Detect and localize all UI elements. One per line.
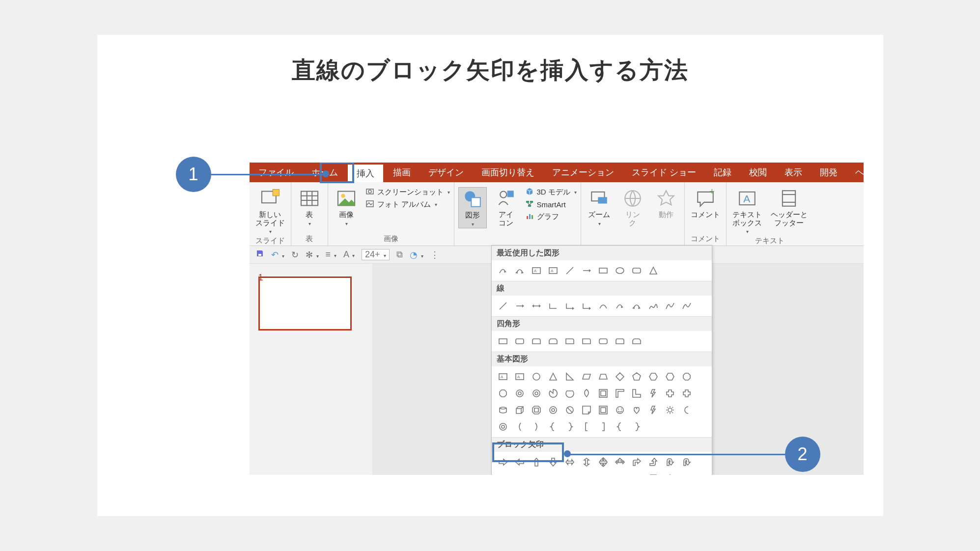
shape-chord[interactable] xyxy=(562,386,577,401)
shape-a_calld[interactable] xyxy=(646,471,661,475)
shape-smile[interactable] xyxy=(613,403,627,417)
shape-lightning[interactable] xyxy=(646,386,661,401)
icons-button[interactable]: アイ コン xyxy=(492,187,520,228)
shape-l_curvearr[interactable] xyxy=(496,263,510,278)
shape-trap[interactable] xyxy=(596,369,611,384)
tab-file[interactable]: ファイル xyxy=(250,163,303,182)
shape-lightning[interactable] xyxy=(646,403,661,417)
slide-thumbnail-1[interactable] xyxy=(258,276,352,331)
shape-plus[interactable] xyxy=(663,386,677,401)
shape-lbracket[interactable] xyxy=(579,419,594,434)
shape-tear[interactable] xyxy=(579,386,594,401)
shape-para[interactable] xyxy=(579,369,594,384)
shape-triangle[interactable] xyxy=(546,369,560,384)
shape-l_arrowboth[interactable] xyxy=(529,299,544,313)
shape-lbrace[interactable] xyxy=(613,419,627,434)
shape-l_curvearr[interactable] xyxy=(613,299,627,313)
shape-roundone[interactable] xyxy=(562,334,577,349)
shape-a_calllr[interactable] xyxy=(679,471,694,475)
shape-a_uturn[interactable] xyxy=(679,455,694,469)
shape-plus[interactable] xyxy=(679,386,694,401)
group-icon[interactable]: ⧉ xyxy=(396,249,403,260)
shape-a_bent_u[interactable] xyxy=(646,455,661,469)
shape-donut[interactable] xyxy=(512,386,527,401)
shape-donut[interactable] xyxy=(546,403,560,417)
table-button[interactable]: 表 ▾ xyxy=(295,187,324,227)
shape-l_curve[interactable] xyxy=(596,299,611,313)
shape-rbrace[interactable] xyxy=(629,419,644,434)
tab-slideshow[interactable]: スライド ショー xyxy=(623,163,705,182)
images-button[interactable]: 画像 ▾ xyxy=(332,187,361,227)
shape-triangle[interactable] xyxy=(646,263,661,278)
shape-a_lrup[interactable] xyxy=(613,455,627,469)
shape-circle[interactable] xyxy=(529,369,544,384)
shape-a_notch[interactable] xyxy=(579,471,594,475)
shape-a_callu[interactable] xyxy=(663,471,677,475)
tab-transitions[interactable]: 画面切り替え xyxy=(473,163,543,182)
tab-record[interactable]: 記録 xyxy=(705,163,740,182)
shape-roundone[interactable] xyxy=(579,334,594,349)
tab-animations[interactable]: アニメーション xyxy=(543,163,623,182)
shape-a_d[interactable] xyxy=(546,455,560,469)
more-icon[interactable]: ⋮ xyxy=(430,249,439,260)
font-size-input[interactable]: 24+ ▾ xyxy=(362,249,390,260)
shape-textbox[interactable]: A xyxy=(529,263,544,278)
tab-design[interactable]: デザイン xyxy=(420,163,473,182)
shape-a_bent_r[interactable] xyxy=(629,455,644,469)
header-footer-button[interactable]: ヘッダーと フッター xyxy=(769,187,810,228)
shape-a_curve_u[interactable] xyxy=(529,471,544,475)
comment-button[interactable]: + コメント xyxy=(689,187,722,220)
tab-insert[interactable]: 挿入 xyxy=(348,165,383,182)
shape-a_uturn[interactable] xyxy=(663,455,677,469)
shape-bevel[interactable] xyxy=(529,403,544,417)
shape-a_u[interactable] xyxy=(529,455,544,469)
shape-noentry[interactable] xyxy=(562,403,577,417)
shape-donut[interactable] xyxy=(529,386,544,401)
shape-l_diag[interactable] xyxy=(562,263,577,278)
shape-rrect2[interactable] xyxy=(529,334,544,349)
shape-frame[interactable] xyxy=(596,386,611,401)
shape-rbrace[interactable] xyxy=(562,419,577,434)
zoom-button[interactable]: ズーム ▾ xyxy=(585,187,614,227)
shape-rbracket[interactable] xyxy=(596,419,611,434)
shape-moon[interactable] xyxy=(679,403,694,417)
shape-folded[interactable] xyxy=(579,403,594,417)
shape-l_diag[interactable] xyxy=(496,299,510,313)
textbox-button[interactable]: A テキスト ボックス ▾ xyxy=(730,187,764,235)
shape-a_quad[interactable] xyxy=(596,455,611,469)
shape-rrect[interactable] xyxy=(596,334,611,349)
shape-l_curveboth[interactable] xyxy=(629,299,644,313)
list-icon[interactable]: ≡ ▾ xyxy=(326,249,337,260)
shape-heart[interactable] xyxy=(629,403,644,417)
shape-cube[interactable] xyxy=(512,403,527,417)
tab-help[interactable]: ヘルプ xyxy=(846,163,864,182)
shape-a_curve_l[interactable] xyxy=(512,471,527,475)
shape-sun[interactable] xyxy=(663,403,677,417)
shape-a_l[interactable] xyxy=(512,455,527,469)
shape-rrect_top[interactable] xyxy=(546,334,560,349)
shape-l_free[interactable] xyxy=(663,299,677,313)
shape-l_elbow[interactable] xyxy=(546,299,560,313)
shape-diamond[interactable] xyxy=(613,369,627,384)
shapes-qat-icon[interactable]: ◔ ▾ xyxy=(410,249,423,260)
shape-pent[interactable] xyxy=(629,369,644,384)
action-button[interactable]: 動作 xyxy=(652,187,680,220)
link-button[interactable]: リン ク xyxy=(618,187,647,228)
shape-l_arrowr[interactable] xyxy=(512,299,527,313)
shape-pie[interactable] xyxy=(546,386,560,401)
redo-icon[interactable]: ↻ xyxy=(291,249,299,260)
photo-album-button[interactable]: フォト アルバム ▾ xyxy=(365,199,450,210)
shape-oct[interactable] xyxy=(496,386,510,401)
shape-a_curve_d[interactable] xyxy=(546,471,560,475)
shape-rrect[interactable] xyxy=(512,334,527,349)
shape-lshape[interactable] xyxy=(629,386,644,401)
shape-rrect_top[interactable] xyxy=(629,334,644,349)
shape-l_free[interactable] xyxy=(679,299,694,313)
shape-hex[interactable] xyxy=(646,369,661,384)
shape-rect[interactable] xyxy=(596,263,611,278)
shape-lparen[interactable] xyxy=(512,419,527,434)
tab-draw[interactable]: 描画 xyxy=(384,163,420,182)
shape-l_elbowarr[interactable] xyxy=(579,299,594,313)
shape-rect[interactable] xyxy=(496,334,510,349)
chart-button[interactable]: グラフ xyxy=(525,212,577,222)
